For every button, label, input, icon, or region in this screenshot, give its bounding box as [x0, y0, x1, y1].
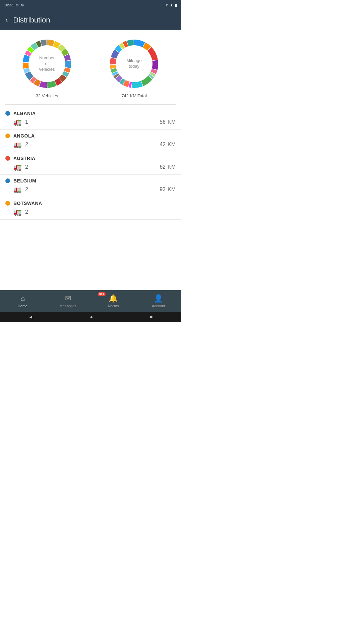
truck-icon: 🚛	[13, 185, 22, 194]
charts-section: Number of vehicles 32 Vehicles Mileage t…	[0, 30, 181, 102]
country-name: BOTSWANA	[13, 201, 42, 206]
battery-icon: ▮	[175, 3, 177, 7]
vehicle-count: 2	[25, 164, 28, 170]
country-dot	[5, 133, 10, 138]
nav-account[interactable]: 👤 Account	[136, 290, 181, 312]
country-list: ALBANIA 🚛 1 56 KM ANGOLA 🚛 2	[0, 107, 181, 290]
mileage-info: 56 KM	[160, 119, 176, 125]
mileage-center-text: Mileage today	[126, 58, 142, 69]
country-name: BELGIUM	[13, 178, 36, 183]
account-label: Account	[152, 304, 165, 308]
section-divider	[5, 104, 176, 105]
list-item[interactable]: ANGOLA 🚛 2 42 KM	[0, 130, 181, 152]
nav-home[interactable]: ⌂ Home	[0, 290, 45, 312]
android-recent[interactable]: ■	[150, 314, 153, 320]
country-dot	[5, 156, 10, 161]
android-back[interactable]: ◄	[28, 314, 33, 320]
bottom-nav: ⌂ Home ✉ Messages 🔔 99+ Alarms 👤 Account	[0, 290, 181, 312]
country-name: ANGOLA	[13, 133, 35, 139]
nav-alarms[interactable]: 🔔 99+ Alarms	[90, 290, 136, 312]
country-name: ALBANIA	[13, 111, 36, 116]
list-item[interactable]: BELGIUM 🚛 2 92 KM	[0, 175, 181, 197]
alarms-badge: 99+	[98, 292, 106, 296]
messages-icon: ✉	[65, 294, 71, 303]
country-dot	[5, 178, 10, 183]
list-item[interactable]: AUSTRIA 🚛 2 62 KM	[0, 152, 181, 175]
mileage-info: 62 KM	[160, 164, 176, 170]
mileage-chart: Mileage today 742 KM Total	[107, 37, 161, 98]
status-bar: 10:33 ⚙ ⊕ ▾ ▲ ▮	[0, 0, 181, 10]
truck-icon: 🚛	[13, 118, 22, 126]
truck-icon: 🚛	[13, 141, 22, 149]
header: ‹ Distribution	[0, 10, 181, 30]
alarms-label: Alarms	[107, 304, 119, 308]
account-icon: 👤	[154, 294, 163, 303]
vehicle-count: 2	[25, 186, 28, 193]
list-item[interactable]: ALBANIA 🚛 1 56 KM	[0, 107, 181, 130]
vehicles-donut: Number of vehicles	[20, 37, 74, 91]
mileage-info: 42 KM	[160, 142, 176, 148]
country-dot	[5, 111, 10, 116]
back-button[interactable]: ‹	[5, 16, 8, 24]
vehicle-count: 1	[25, 119, 28, 125]
messages-label: Messages	[59, 304, 76, 308]
mileage-info: 92 KM	[160, 186, 176, 193]
truck-icon: 🚛	[13, 208, 22, 216]
nav-messages[interactable]: ✉ Messages	[45, 290, 90, 312]
status-right: ▾ ▲ ▮	[166, 3, 177, 7]
wifi-icon: ▾	[166, 3, 168, 7]
vehicle-count: 2	[25, 209, 28, 215]
country-name: AUSTRIA	[13, 156, 36, 161]
home-label: Home	[18, 304, 27, 308]
status-left: 10:33 ⚙ ⊕	[4, 3, 24, 7]
home-icon: ⌂	[20, 294, 25, 303]
settings-icon: ⚙	[15, 3, 19, 7]
at-icon: ⊕	[21, 3, 24, 7]
vehicle-count: 2	[25, 142, 28, 148]
main-content: Number of vehicles 32 Vehicles Mileage t…	[0, 30, 181, 290]
alarms-icon: 🔔	[109, 294, 118, 303]
mileage-donut: Mileage today	[107, 37, 161, 91]
list-item[interactable]: BOTSWANA 🚛 2	[0, 197, 181, 220]
country-dot	[5, 201, 10, 206]
mileage-label: 742 KM Total	[121, 93, 147, 98]
vehicles-chart: Number of vehicles 32 Vehicles	[20, 37, 74, 98]
android-nav: ◄ ● ■	[0, 312, 181, 322]
truck-icon: 🚛	[13, 163, 22, 171]
vehicles-label: 32 Vehicles	[36, 93, 58, 98]
page-title: Distribution	[13, 16, 50, 24]
vehicles-center-text: Number of vehicles	[39, 55, 55, 72]
time-display: 10:33	[4, 3, 13, 7]
signal-icon: ▲	[170, 3, 173, 7]
android-home[interactable]: ●	[90, 314, 93, 320]
